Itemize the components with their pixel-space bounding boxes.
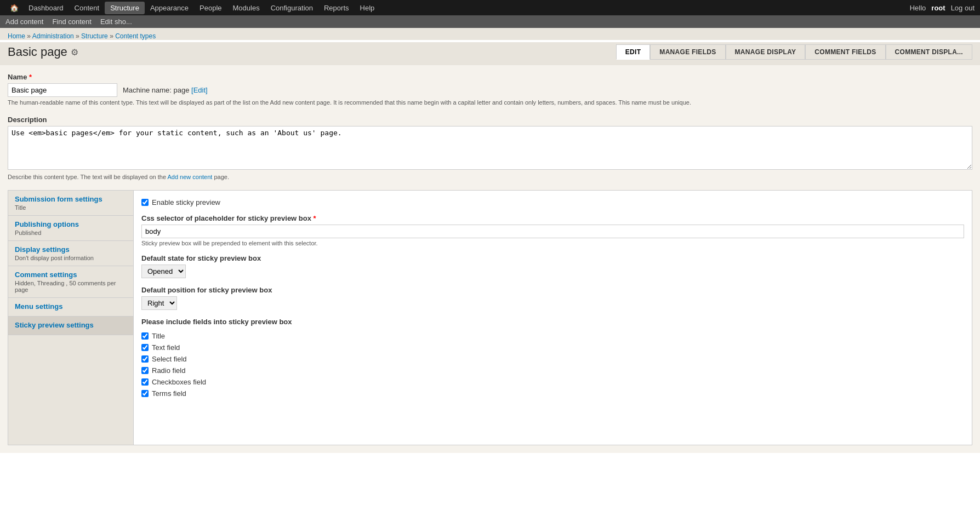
submission-desc: Title: [15, 204, 127, 211]
menu-settings-link[interactable]: Menu settings: [15, 302, 127, 311]
field-terms-text: Terms field: [152, 389, 186, 398]
display-settings-link[interactable]: Display settings: [15, 245, 127, 254]
sidebar-item-comment: Comment settings Hidden, Threading , 50 …: [8, 266, 133, 298]
default-position-row: Default position for sticky preview box …: [141, 286, 964, 310]
submission-form-link[interactable]: Submission form settings: [15, 195, 127, 203]
breadcrumb-area: Home » Administration » Structure » Cont…: [0, 28, 980, 40]
field-radio-checkbox[interactable]: [141, 367, 149, 374]
description-section: Description Use <em>basic pages</em> for…: [8, 116, 972, 180]
field-title-checkbox[interactable]: [141, 332, 149, 340]
breadcrumb-structure[interactable]: Structure: [81, 32, 108, 40]
edit-shortcut-link[interactable]: Edit sho...: [100, 18, 132, 26]
sidebar-extra-space: [8, 335, 133, 445]
css-selector-required: *: [314, 214, 316, 222]
nav-structure[interactable]: Structure: [105, 2, 145, 14]
fields-list: Title Text field Select field Radio fiel…: [141, 330, 964, 399]
gear-icon[interactable]: ⚙: [71, 47, 78, 58]
field-select-text: Select field: [152, 355, 187, 363]
sidebar-item-menu: Menu settings: [8, 298, 133, 317]
fields-include-label: Please include fields into sticky previe…: [141, 318, 964, 326]
nav-reports[interactable]: Reports: [318, 2, 355, 14]
username: root: [931, 4, 945, 12]
breadcrumb-administration[interactable]: Administration: [32, 32, 74, 40]
tab-manage-fields[interactable]: MANAGE FIELDS: [650, 44, 725, 60]
nav-dashboard[interactable]: Dashboard: [23, 2, 69, 14]
top-navigation: 🏠 Dashboard Content Structure Appearance…: [0, 0, 980, 15]
find-content-link[interactable]: Find content: [52, 18, 92, 26]
name-section: Name * Machine name: page [Edit] The hum…: [8, 73, 972, 106]
nav-people[interactable]: People: [194, 2, 227, 14]
field-text-checkbox[interactable]: [141, 344, 149, 351]
nav-right: Hello root Log out: [910, 4, 975, 12]
field-checkboxes-label[interactable]: Checkboxes field: [141, 376, 964, 388]
default-state-select[interactable]: Opened Closed: [141, 265, 186, 278]
comment-desc: Hidden, Threading , 50 comments per page: [15, 280, 127, 293]
css-selector-label: Css selector of placeholder for sticky p…: [141, 214, 964, 222]
breadcrumb-home[interactable]: Home: [8, 32, 25, 40]
settings-content: Enable sticky preview Css selector of pl…: [134, 190, 972, 445]
default-position-label: Default position for sticky preview box: [141, 286, 964, 294]
fields-include-row: Please include fields into sticky previe…: [141, 318, 964, 399]
sidebar-item-submission: Submission form settings Title: [8, 191, 133, 216]
sidebar-item-display: Display settings Don't display post info…: [8, 241, 133, 266]
enable-sticky-label[interactable]: Enable sticky preview: [141, 198, 964, 206]
field-select-checkbox[interactable]: [141, 355, 149, 363]
field-terms-label[interactable]: Terms field: [141, 388, 964, 399]
field-checkboxes-text: Checkboxes field: [152, 378, 206, 386]
field-title-label[interactable]: Title: [141, 330, 964, 342]
field-radio-label[interactable]: Radio field: [141, 365, 964, 376]
home-icon[interactable]: 🏠: [5, 2, 23, 14]
default-position-select[interactable]: Right Left: [141, 296, 177, 310]
tab-edit[interactable]: EDIT: [616, 44, 651, 60]
nav-appearance[interactable]: Appearance: [145, 2, 194, 14]
settings-area: Submission form settings Title Publishin…: [8, 190, 972, 445]
machine-name-edit-link[interactable]: [Edit]: [191, 86, 208, 94]
tab-bar: EDIT MANAGE FIELDS MANAGE DISPLAY COMMEN…: [616, 44, 972, 60]
display-desc: Don't display post information: [15, 255, 127, 261]
css-selector-row: Css selector of placeholder for sticky p…: [141, 214, 964, 246]
field-terms-checkbox[interactable]: [141, 390, 149, 397]
name-input[interactable]: [8, 83, 117, 97]
settings-sidebar: Submission form settings Title Publishin…: [8, 190, 134, 445]
description-hint: Describe this content type. The text wil…: [8, 174, 972, 180]
breadcrumb: Home » Administration » Structure » Cont…: [8, 32, 972, 40]
field-text-label[interactable]: Text field: [141, 342, 964, 353]
default-state-label: Default state for sticky preview box: [141, 254, 964, 262]
description-textarea[interactable]: Use <em>basic pages</em> for your static…: [8, 126, 972, 170]
page-title-area: Basic page ⚙ EDIT MANAGE FIELDS MANAGE D…: [0, 42, 980, 65]
logout-link[interactable]: Log out: [951, 4, 975, 12]
publishing-desc: Published: [15, 229, 127, 236]
add-content-link[interactable]: Add content: [5, 18, 43, 26]
css-selector-input[interactable]: [141, 225, 964, 238]
default-state-row: Default state for sticky preview box Ope…: [141, 254, 964, 278]
sticky-preview-link[interactable]: Sticky preview settings: [15, 321, 127, 329]
enable-sticky-row: Enable sticky preview: [141, 198, 964, 206]
main-content: Name * Machine name: page [Edit] The hum…: [0, 65, 980, 453]
field-text-text: Text field: [152, 343, 180, 352]
sidebar-item-publishing: Publishing options Published: [8, 216, 133, 241]
comment-settings-link[interactable]: Comment settings: [15, 271, 127, 279]
sidebar-item-sticky: Sticky preview settings: [8, 317, 133, 335]
tab-manage-display[interactable]: MANAGE DISPLAY: [726, 44, 806, 60]
breadcrumb-content-types[interactable]: Content types: [115, 32, 156, 40]
nav-help[interactable]: Help: [355, 2, 380, 14]
enable-sticky-checkbox[interactable]: [141, 199, 149, 206]
publishing-options-link[interactable]: Publishing options: [15, 220, 127, 228]
field-select-label[interactable]: Select field: [141, 353, 964, 365]
name-input-row: Machine name: page [Edit]: [8, 83, 972, 97]
hello-label: Hello: [910, 4, 926, 12]
tab-comment-fields[interactable]: COMMENT FIELDS: [805, 44, 885, 60]
nav-left: 🏠 Dashboard Content Structure Appearance…: [5, 2, 380, 14]
nav-configuration[interactable]: Configuration: [265, 2, 318, 14]
machine-name: Machine name: page [Edit]: [123, 86, 208, 94]
description-label: Description: [8, 116, 972, 124]
field-radio-text: Radio field: [152, 366, 185, 375]
add-new-content-link[interactable]: Add new content: [167, 174, 212, 180]
tab-comment-display[interactable]: COMMENT DISPLA...: [886, 44, 972, 60]
page-title: Basic page ⚙: [8, 45, 78, 59]
name-required: *: [29, 73, 32, 81]
field-checkboxes-checkbox[interactable]: [141, 378, 149, 386]
nav-modules[interactable]: Modules: [227, 2, 265, 14]
name-hint: The human-readable name of this content …: [8, 99, 972, 106]
nav-content[interactable]: Content: [69, 2, 105, 14]
